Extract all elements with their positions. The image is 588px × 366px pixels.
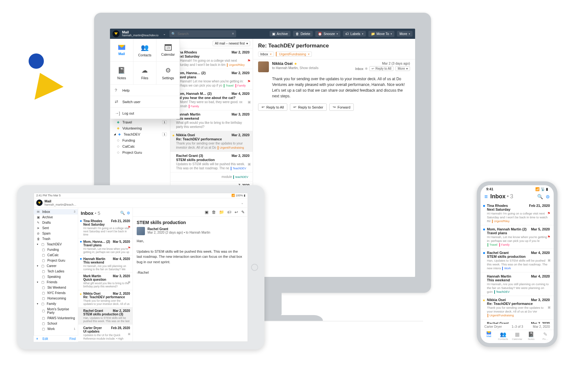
sort-filter-dropdown[interactable]: All mail – newest first▾	[213, 41, 250, 46]
sidebar-item[interactable]: ▢Project Guru	[34, 258, 78, 263]
sidebar-item[interactable]: ▾▢TeachDEV	[34, 242, 78, 247]
reply-all-mini-button[interactable]: ↩Reply to All	[369, 66, 393, 71]
message-item[interactable]: ★Nikkia OseiMar 3, 2020Re: TeachDEV perf…	[481, 296, 554, 320]
message-item[interactable]: ★Nikkia OseiMar 2, 2020Re: TeachDEV perf…	[170, 131, 253, 152]
message-item[interactable]: Hannah MartinMar 3, 2020This weekendWhat…	[170, 110, 253, 131]
sidebar-item[interactable]: ▢Ski Weekend	[34, 285, 78, 290]
message-item[interactable]: Mom, Hanna… (2)Mar 2, 2020Travel plansHi…	[170, 69, 253, 90]
sidebar-item[interactable]: ✉Inbox3	[34, 209, 78, 215]
more-mini-button[interactable]: More▾	[395, 66, 410, 71]
filter-icon[interactable]: ⊜	[546, 194, 550, 200]
snooze-button[interactable]: ⏰Snooze▾	[315, 31, 340, 37]
message-item[interactable]: Tina RhodesFeb 21, 2020Next SaturdayHi H…	[78, 218, 133, 238]
message-item[interactable]: Hannah MartinMar 4, 2020This weekendHi H…	[78, 256, 133, 273]
message-item[interactable]: Mark MartinMar 3, 2020Quick questionWhat…	[78, 273, 133, 290]
tab-mail[interactable]: Mail	[482, 331, 496, 341]
tag-icon[interactable]: 🏷	[227, 210, 231, 215]
filter-icon[interactable]: ⊜	[127, 211, 130, 215]
app-tile-files[interactable]: ☁Files	[133, 62, 157, 85]
more-button[interactable]: More▾	[397, 31, 413, 37]
menu-icon[interactable]: ≡	[484, 194, 488, 200]
help-menu-item[interactable]: ?Help	[110, 85, 180, 96]
reply-sender-button[interactable]: ↩Reply to Sender	[290, 103, 327, 111]
find-button[interactable]: Find	[70, 337, 76, 341]
account-switcher[interactable]: Mail hannah_martin@teachdev.io	[122, 31, 159, 37]
message-item[interactable]: Hannah MartinMar 4, 2020This weekendHi H…	[481, 272, 554, 296]
sidebar-item[interactable]: ▣Archive	[34, 215, 78, 220]
log-out-menu-item[interactable]: →]Log out	[110, 108, 180, 119]
chevron-down-icon[interactable]: ⌄	[163, 32, 166, 36]
app-tile-notes[interactable]: 📓Notes	[110, 62, 133, 85]
labels-button[interactable]: 🏷Labels▾	[343, 31, 366, 37]
sidebar-item[interactable]: ▢Speaking	[34, 274, 78, 279]
sidebar-item[interactable]: ▢Tech Ladies	[34, 269, 78, 274]
add-folder-button[interactable]: +	[36, 337, 38, 341]
delete-button[interactable]: 🗑Delete	[293, 31, 313, 37]
sidebar-item[interactable]: ◆Volunteering	[110, 125, 170, 131]
switch-user-menu-item[interactable]: ⇄Switch user	[110, 96, 180, 108]
account-switcher[interactable]: Mail hannah_martin@teach…	[44, 200, 76, 206]
sidebar-item[interactable]: ➤Sent	[34, 225, 78, 231]
sidebar-item[interactable]: ▢Mom's Surprise Party	[34, 306, 78, 315]
sidebar-item[interactable]: ✎Drafts	[34, 220, 78, 225]
tag-chip[interactable]: Urgent/Fundraising×	[276, 52, 312, 57]
chevron-down-icon[interactable]: ⌄	[241, 201, 243, 205]
search-input[interactable]	[178, 32, 230, 36]
forward-button[interactable]: ↪Forward	[329, 103, 354, 111]
sidebar-item[interactable]: ▢NYC Friends	[34, 290, 78, 296]
reply-all-button[interactable]: ↩Reply to All	[258, 103, 287, 111]
reply-icon[interactable]: ↩	[235, 210, 238, 215]
search-icon[interactable]: 🔍	[120, 211, 125, 215]
sidebar-item[interactable]: ▢PAWS Volunteering	[34, 315, 78, 321]
trash-icon[interactable]: 🗑	[212, 210, 216, 215]
app-tile-calendar[interactable]: 19Calendar	[156, 39, 180, 62]
tab-calendar[interactable]: ▦Calendar	[510, 331, 524, 341]
tab-notes[interactable]: 📓Notes	[524, 331, 538, 341]
show-details-link[interactable]: Show details	[299, 66, 318, 70]
message-item[interactable]: Rachel GrantMar 2, 2020STEM skills produ…	[78, 307, 133, 325]
message-item[interactable]: module teachDEV	[170, 172, 253, 181]
archive-button[interactable]: ▣Archive	[270, 31, 291, 37]
message-list-scroll[interactable]: Tina RhodesFeb 21, 2020Next SaturdayHi H…	[481, 202, 554, 324]
search-field-wrap[interactable]: 🔍 ×	[169, 30, 236, 37]
message-item[interactable]: Rachel GrantMar 2, 2020STEM skills produ…	[481, 320, 554, 324]
star-icon[interactable]: ★	[294, 62, 297, 66]
sidebar-item[interactable]: ◆Travel1	[110, 119, 170, 125]
tab-more[interactable]: ✎Po…	[538, 331, 552, 341]
message-item[interactable]: Tina RhodesFeb 21, 2020Next SaturdayHi H…	[481, 202, 554, 225]
message-list-scroll[interactable]: Tina RhodesFeb 21, 2020Next SaturdayHi H…	[78, 218, 133, 342]
sidebar-item[interactable]: ▢Work1	[34, 326, 78, 332]
sidebar-item[interactable]: ⊘Spam	[34, 231, 78, 236]
sidebar-item[interactable]: ▾▢Friends	[34, 279, 78, 285]
compose-icon[interactable]: ✎	[241, 210, 245, 215]
app-tile-contacts[interactable]: 👥Contacts	[133, 39, 157, 62]
tab-contacts[interactable]: 👥Contacts	[496, 331, 510, 341]
app-tile-mail[interactable]: Mail	[110, 39, 133, 62]
sidebar-item[interactable]: ▢CatCalc	[34, 252, 78, 258]
app-tile-settings[interactable]: ⚙Settings	[156, 62, 180, 85]
message-item[interactable]: ★Nikkia OseiMar 2, 2020Re: TeachDEV perf…	[78, 290, 133, 307]
sidebar-item[interactable]: ◇Project Guru	[110, 149, 170, 155]
folder-icon[interactable]: 📁	[219, 210, 224, 215]
sidebar-item[interactable]: ▢Funding	[34, 247, 78, 252]
clear-search-icon[interactable]: ×	[232, 32, 234, 36]
move-to-button[interactable]: 📁Move To▾	[368, 31, 395, 37]
sidebar-item[interactable]: ◇Funding	[110, 137, 170, 143]
message-item[interactable]: Rachel Grant (3)Mar 2, 2020STEM skills p…	[170, 152, 253, 172]
search-icon[interactable]: 🔍	[537, 194, 543, 200]
home-button[interactable]	[251, 264, 258, 271]
sidebar-item[interactable]: ▢School	[34, 321, 78, 326]
sidebar-item[interactable]: ◇CatCalc	[110, 143, 170, 149]
message-item[interactable]: Mom, Hanna… (2)Mar 5, 2020Travel plansHi…	[78, 238, 133, 256]
sidebar-item[interactable]: ▾▢Career	[34, 263, 78, 269]
remove-chip-icon[interactable]: ×	[308, 52, 310, 56]
sidebar-item[interactable]: 🗑Trash	[34, 236, 78, 242]
message-item[interactable]: Mom, Hannah M… (2)Mar 4, 2020Did you hea…	[170, 90, 253, 110]
message-item[interactable]: Mom, Hannah Martin (2)Mar 5, 2020Travel …	[481, 225, 554, 249]
message-item[interactable]: Carter DryerFeb 28, 2020UI updatesUpdate…	[78, 325, 133, 342]
remove-chip-icon[interactable]: ×	[270, 52, 271, 56]
edit-folders-button[interactable]: Edit	[43, 337, 48, 341]
message-item[interactable]: Rachel GrantMar 4, 2020STEM skills produ…	[481, 249, 554, 272]
sidebar-item[interactable]: ▢Homecoming	[34, 296, 78, 301]
inbox-chip[interactable]: Inbox×	[258, 52, 274, 57]
